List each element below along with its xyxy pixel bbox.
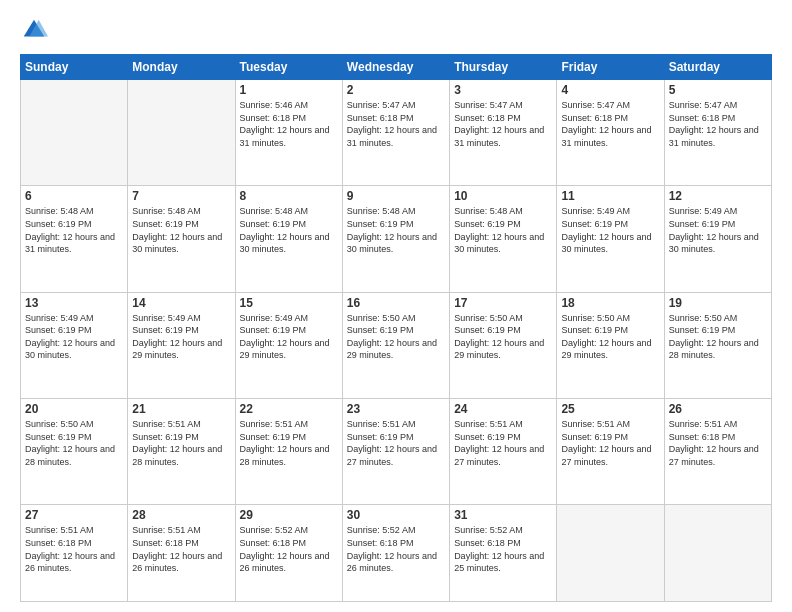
day-number: 24 bbox=[454, 402, 552, 416]
day-number: 28 bbox=[132, 508, 230, 522]
calendar-cell: 3Sunrise: 5:47 AM Sunset: 6:18 PM Daylig… bbox=[450, 80, 557, 186]
day-number: 18 bbox=[561, 296, 659, 310]
logo bbox=[20, 16, 52, 44]
calendar-cell: 16Sunrise: 5:50 AM Sunset: 6:19 PM Dayli… bbox=[342, 292, 449, 398]
day-number: 10 bbox=[454, 189, 552, 203]
calendar-cell bbox=[664, 505, 771, 602]
calendar-cell: 14Sunrise: 5:49 AM Sunset: 6:19 PM Dayli… bbox=[128, 292, 235, 398]
day-info: Sunrise: 5:51 AM Sunset: 6:19 PM Dayligh… bbox=[454, 418, 552, 468]
calendar-cell: 24Sunrise: 5:51 AM Sunset: 6:19 PM Dayli… bbox=[450, 398, 557, 504]
day-info: Sunrise: 5:48 AM Sunset: 6:19 PM Dayligh… bbox=[347, 205, 445, 255]
calendar-cell: 8Sunrise: 5:48 AM Sunset: 6:19 PM Daylig… bbox=[235, 186, 342, 292]
calendar-cell: 31Sunrise: 5:52 AM Sunset: 6:18 PM Dayli… bbox=[450, 505, 557, 602]
day-info: Sunrise: 5:47 AM Sunset: 6:18 PM Dayligh… bbox=[669, 99, 767, 149]
calendar-cell: 13Sunrise: 5:49 AM Sunset: 6:19 PM Dayli… bbox=[21, 292, 128, 398]
day-info: Sunrise: 5:51 AM Sunset: 6:18 PM Dayligh… bbox=[25, 524, 123, 574]
calendar-cell: 29Sunrise: 5:52 AM Sunset: 6:18 PM Dayli… bbox=[235, 505, 342, 602]
day-info: Sunrise: 5:48 AM Sunset: 6:19 PM Dayligh… bbox=[132, 205, 230, 255]
calendar-cell: 1Sunrise: 5:46 AM Sunset: 6:18 PM Daylig… bbox=[235, 80, 342, 186]
calendar-cell: 27Sunrise: 5:51 AM Sunset: 6:18 PM Dayli… bbox=[21, 505, 128, 602]
calendar-cell: 17Sunrise: 5:50 AM Sunset: 6:19 PM Dayli… bbox=[450, 292, 557, 398]
calendar-cell: 12Sunrise: 5:49 AM Sunset: 6:19 PM Dayli… bbox=[664, 186, 771, 292]
day-number: 8 bbox=[240, 189, 338, 203]
calendar-cell: 6Sunrise: 5:48 AM Sunset: 6:19 PM Daylig… bbox=[21, 186, 128, 292]
day-number: 23 bbox=[347, 402, 445, 416]
day-number: 29 bbox=[240, 508, 338, 522]
weekday-header-monday: Monday bbox=[128, 55, 235, 80]
calendar-cell: 28Sunrise: 5:51 AM Sunset: 6:18 PM Dayli… bbox=[128, 505, 235, 602]
calendar-cell: 30Sunrise: 5:52 AM Sunset: 6:18 PM Dayli… bbox=[342, 505, 449, 602]
day-number: 31 bbox=[454, 508, 552, 522]
calendar-week-0: 1Sunrise: 5:46 AM Sunset: 6:18 PM Daylig… bbox=[21, 80, 772, 186]
day-info: Sunrise: 5:47 AM Sunset: 6:18 PM Dayligh… bbox=[347, 99, 445, 149]
calendar-cell: 11Sunrise: 5:49 AM Sunset: 6:19 PM Dayli… bbox=[557, 186, 664, 292]
day-info: Sunrise: 5:50 AM Sunset: 6:19 PM Dayligh… bbox=[25, 418, 123, 468]
calendar-cell bbox=[557, 505, 664, 602]
day-number: 26 bbox=[669, 402, 767, 416]
weekday-header-thursday: Thursday bbox=[450, 55, 557, 80]
calendar-cell: 26Sunrise: 5:51 AM Sunset: 6:18 PM Dayli… bbox=[664, 398, 771, 504]
day-number: 27 bbox=[25, 508, 123, 522]
day-info: Sunrise: 5:50 AM Sunset: 6:19 PM Dayligh… bbox=[669, 312, 767, 362]
calendar-cell: 9Sunrise: 5:48 AM Sunset: 6:19 PM Daylig… bbox=[342, 186, 449, 292]
weekday-header-wednesday: Wednesday bbox=[342, 55, 449, 80]
day-info: Sunrise: 5:48 AM Sunset: 6:19 PM Dayligh… bbox=[240, 205, 338, 255]
calendar-cell bbox=[128, 80, 235, 186]
calendar-cell: 2Sunrise: 5:47 AM Sunset: 6:18 PM Daylig… bbox=[342, 80, 449, 186]
day-info: Sunrise: 5:47 AM Sunset: 6:18 PM Dayligh… bbox=[454, 99, 552, 149]
header bbox=[20, 16, 772, 44]
day-number: 12 bbox=[669, 189, 767, 203]
day-info: Sunrise: 5:52 AM Sunset: 6:18 PM Dayligh… bbox=[454, 524, 552, 574]
calendar-cell: 4Sunrise: 5:47 AM Sunset: 6:18 PM Daylig… bbox=[557, 80, 664, 186]
calendar-cell: 25Sunrise: 5:51 AM Sunset: 6:19 PM Dayli… bbox=[557, 398, 664, 504]
weekday-header-sunday: Sunday bbox=[21, 55, 128, 80]
calendar-cell: 7Sunrise: 5:48 AM Sunset: 6:19 PM Daylig… bbox=[128, 186, 235, 292]
day-number: 13 bbox=[25, 296, 123, 310]
calendar-cell: 18Sunrise: 5:50 AM Sunset: 6:19 PM Dayli… bbox=[557, 292, 664, 398]
day-number: 21 bbox=[132, 402, 230, 416]
day-number: 30 bbox=[347, 508, 445, 522]
day-info: Sunrise: 5:50 AM Sunset: 6:19 PM Dayligh… bbox=[454, 312, 552, 362]
calendar-cell: 19Sunrise: 5:50 AM Sunset: 6:19 PM Dayli… bbox=[664, 292, 771, 398]
day-number: 9 bbox=[347, 189, 445, 203]
calendar-week-2: 13Sunrise: 5:49 AM Sunset: 6:19 PM Dayli… bbox=[21, 292, 772, 398]
calendar-cell: 20Sunrise: 5:50 AM Sunset: 6:19 PM Dayli… bbox=[21, 398, 128, 504]
day-info: Sunrise: 5:48 AM Sunset: 6:19 PM Dayligh… bbox=[25, 205, 123, 255]
weekday-header-tuesday: Tuesday bbox=[235, 55, 342, 80]
day-number: 25 bbox=[561, 402, 659, 416]
calendar-cell: 23Sunrise: 5:51 AM Sunset: 6:19 PM Dayli… bbox=[342, 398, 449, 504]
weekday-header-saturday: Saturday bbox=[664, 55, 771, 80]
calendar-cell: 10Sunrise: 5:48 AM Sunset: 6:19 PM Dayli… bbox=[450, 186, 557, 292]
day-info: Sunrise: 5:46 AM Sunset: 6:18 PM Dayligh… bbox=[240, 99, 338, 149]
day-number: 20 bbox=[25, 402, 123, 416]
calendar-cell: 22Sunrise: 5:51 AM Sunset: 6:19 PM Dayli… bbox=[235, 398, 342, 504]
day-info: Sunrise: 5:49 AM Sunset: 6:19 PM Dayligh… bbox=[132, 312, 230, 362]
day-info: Sunrise: 5:52 AM Sunset: 6:18 PM Dayligh… bbox=[240, 524, 338, 574]
day-info: Sunrise: 5:51 AM Sunset: 6:19 PM Dayligh… bbox=[347, 418, 445, 468]
calendar-cell: 15Sunrise: 5:49 AM Sunset: 6:19 PM Dayli… bbox=[235, 292, 342, 398]
day-number: 4 bbox=[561, 83, 659, 97]
weekday-header-friday: Friday bbox=[557, 55, 664, 80]
weekday-header-row: SundayMondayTuesdayWednesdayThursdayFrid… bbox=[21, 55, 772, 80]
day-info: Sunrise: 5:49 AM Sunset: 6:19 PM Dayligh… bbox=[240, 312, 338, 362]
day-number: 14 bbox=[132, 296, 230, 310]
day-number: 6 bbox=[25, 189, 123, 203]
day-info: Sunrise: 5:52 AM Sunset: 6:18 PM Dayligh… bbox=[347, 524, 445, 574]
day-number: 11 bbox=[561, 189, 659, 203]
day-number: 22 bbox=[240, 402, 338, 416]
day-info: Sunrise: 5:51 AM Sunset: 6:19 PM Dayligh… bbox=[561, 418, 659, 468]
day-info: Sunrise: 5:51 AM Sunset: 6:18 PM Dayligh… bbox=[132, 524, 230, 574]
logo-icon bbox=[20, 16, 48, 44]
day-number: 16 bbox=[347, 296, 445, 310]
day-number: 3 bbox=[454, 83, 552, 97]
day-number: 17 bbox=[454, 296, 552, 310]
day-info: Sunrise: 5:51 AM Sunset: 6:18 PM Dayligh… bbox=[669, 418, 767, 468]
calendar-week-4: 27Sunrise: 5:51 AM Sunset: 6:18 PM Dayli… bbox=[21, 505, 772, 602]
day-number: 2 bbox=[347, 83, 445, 97]
page: SundayMondayTuesdayWednesdayThursdayFrid… bbox=[0, 0, 792, 612]
day-info: Sunrise: 5:49 AM Sunset: 6:19 PM Dayligh… bbox=[25, 312, 123, 362]
day-info: Sunrise: 5:50 AM Sunset: 6:19 PM Dayligh… bbox=[561, 312, 659, 362]
calendar-cell bbox=[21, 80, 128, 186]
day-info: Sunrise: 5:51 AM Sunset: 6:19 PM Dayligh… bbox=[132, 418, 230, 468]
day-info: Sunrise: 5:49 AM Sunset: 6:19 PM Dayligh… bbox=[669, 205, 767, 255]
